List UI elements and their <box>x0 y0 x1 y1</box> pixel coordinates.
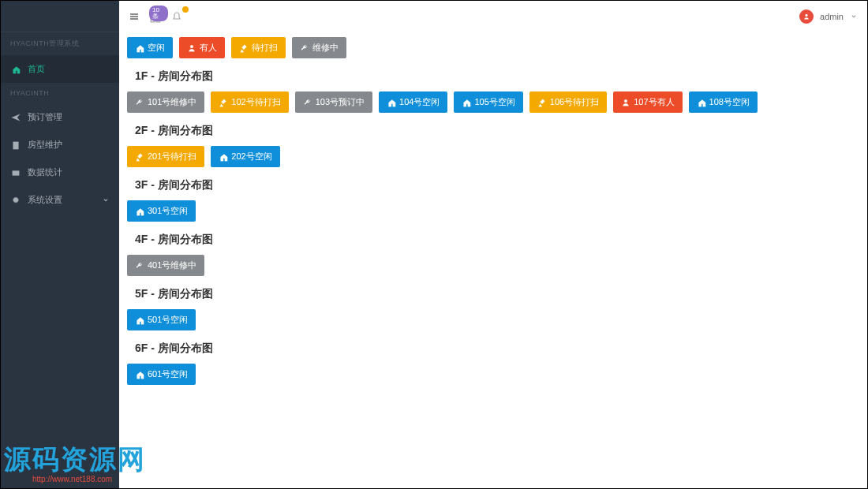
room-label: 105号空闲 <box>474 96 514 108</box>
sidebar-item-label: 房型维护 <box>28 139 62 151</box>
room-label: 101号维修中 <box>148 96 196 108</box>
send-icon <box>10 113 21 122</box>
floor-title: 5F - 房间分布图 <box>135 287 859 301</box>
sidebar-item-1[interactable]: 预订管理 <box>1 103 119 131</box>
room-item[interactable]: 105号空闲 <box>454 91 522 113</box>
sidebar-item-2[interactable]: 房型维护 <box>1 131 119 159</box>
room-item[interactable]: 301号空闲 <box>127 200 196 222</box>
wrench-icon <box>303 98 312 107</box>
home-icon <box>10 65 21 74</box>
room-item[interactable]: 401号维修中 <box>127 255 204 276</box>
watermark: 源码资源网 http://www.net188.com <box>4 442 146 483</box>
room-row: 401号维修中 <box>127 255 859 276</box>
wrench-icon <box>135 261 144 271</box>
room-label: 106号待打扫 <box>550 96 599 108</box>
wrench-icon <box>135 98 144 107</box>
floor-title: 3F - 房间分布图 <box>135 178 859 192</box>
topbar: 10条 admin <box>119 1 867 32</box>
menu-toggle-icon[interactable] <box>129 11 140 22</box>
room-item[interactable]: 107号有人 <box>613 91 682 113</box>
cog-icon <box>10 196 21 205</box>
status-legend: 空闲有人待打扫维修中 <box>127 37 859 58</box>
nav-section-title-2: HYACINTH <box>1 83 119 103</box>
notifications-badge <box>182 6 189 13</box>
logo-area <box>1 1 119 32</box>
person-icon <box>621 98 630 107</box>
room-label: 107号有人 <box>634 96 674 108</box>
home-icon <box>135 207 144 216</box>
user-menu[interactable]: admin <box>799 9 858 24</box>
room-item[interactable]: 102号待打扫 <box>211 91 288 113</box>
floor-title: 4F - 房间分布图 <box>135 233 859 247</box>
room-label: 201号待打扫 <box>148 151 196 162</box>
room-label: 501号空闲 <box>148 314 188 326</box>
home-icon <box>387 98 396 107</box>
sidebar: HYACINTH管理系统 首页 HYACINTH 预订管理房型维护数据统计系统设… <box>1 1 119 488</box>
wrench-icon <box>300 43 309 53</box>
home-icon <box>135 43 144 53</box>
floor-title: 2F - 房间分布图 <box>135 124 859 138</box>
notifications-icon[interactable] <box>171 11 182 22</box>
building-icon <box>10 140 21 150</box>
room-item[interactable]: 106号待打扫 <box>529 91 607 113</box>
room-item[interactable]: 108号空闲 <box>689 91 758 113</box>
room-label: 102号待打扫 <box>231 96 280 108</box>
floor-title: 1F - 房间分布图 <box>135 69 859 84</box>
chevron-down-icon <box>850 13 858 21</box>
room-label: 401号维修中 <box>148 259 196 271</box>
room-label: 301号空闲 <box>148 205 188 217</box>
legend-label: 待打扫 <box>252 42 278 54</box>
sidebar-item-0[interactable]: 首页 <box>1 55 119 83</box>
legend-vacant[interactable]: 空闲 <box>127 37 173 58</box>
room-row: 301号空闲 <box>127 200 859 222</box>
main-content: 空闲有人待打扫维修中 1F - 房间分布图101号维修中102号待打扫103号预… <box>119 32 867 488</box>
home-icon <box>697 98 706 107</box>
room-row: 601号空闲 <box>127 364 859 385</box>
room-row: 101号维修中102号待打扫103号预订中104号空闲105号空闲106号待打扫… <box>127 91 859 113</box>
home-icon <box>135 315 144 325</box>
legend-label: 空闲 <box>148 42 165 54</box>
broom-icon <box>239 43 249 53</box>
home-icon <box>135 370 144 379</box>
room-item[interactable]: 104号空闲 <box>379 91 447 113</box>
room-label: 202号空闲 <box>231 151 271 162</box>
legend-cleaning[interactable]: 待打扫 <box>231 37 286 58</box>
sidebar-item-4[interactable]: 系统设置 <box>1 186 119 214</box>
sidebar-item-label: 首页 <box>28 63 45 75</box>
broom-icon <box>135 152 144 162</box>
legend-repair[interactable]: 维修中 <box>292 37 346 58</box>
legend-label: 维修中 <box>312 42 339 54</box>
sidebar-item-3[interactable]: 数据统计 <box>1 159 119 186</box>
broom-icon <box>219 98 228 107</box>
user-name: admin <box>820 12 844 21</box>
sidebar-item-label: 系统设置 <box>28 194 62 206</box>
floor-title: 6F - 房间分布图 <box>135 342 859 356</box>
messages-badge: 10条 <box>149 6 168 21</box>
room-row: 201号待打扫202号空闲 <box>127 146 859 167</box>
room-item[interactable]: 101号维修中 <box>127 91 204 113</box>
sidebar-item-label: 数据统计 <box>28 166 62 178</box>
home-icon <box>462 98 471 107</box>
room-row: 501号空闲 <box>127 309 859 330</box>
chevron-down-icon <box>102 196 110 204</box>
legend-occupied[interactable]: 有人 <box>179 37 225 58</box>
room-label: 601号空闲 <box>148 368 188 380</box>
room-label: 103号预订中 <box>316 96 365 108</box>
room-item[interactable]: 202号空闲 <box>211 146 279 167</box>
nav-section-title-1: HYACINTH管理系统 <box>1 32 119 55</box>
room-item[interactable]: 601号空闲 <box>127 364 196 385</box>
broom-icon <box>537 98 547 107</box>
messages-icon[interactable]: 10条 <box>149 10 162 23</box>
room-label: 104号空闲 <box>399 96 440 108</box>
avatar <box>799 9 814 24</box>
room-label: 108号空闲 <box>709 96 750 108</box>
sidebar-item-label: 预订管理 <box>28 111 62 123</box>
legend-label: 有人 <box>200 42 217 54</box>
home-icon <box>219 152 228 162</box>
room-item[interactable]: 103号预订中 <box>295 91 372 113</box>
room-item[interactable]: 501号空闲 <box>127 309 196 330</box>
room-item[interactable]: 201号待打扫 <box>127 146 204 167</box>
card-icon <box>10 168 21 177</box>
person-icon <box>187 43 196 53</box>
